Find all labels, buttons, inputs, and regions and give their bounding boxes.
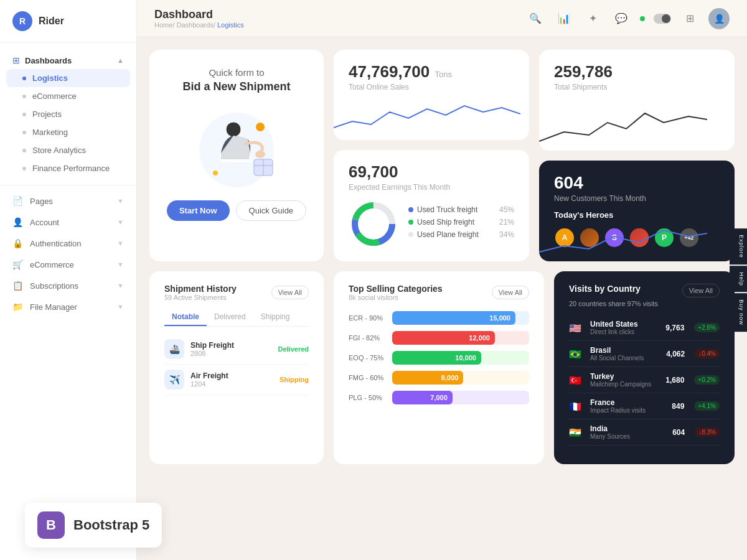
flag-icon: 🇹🇷	[569, 375, 584, 386]
top-selling-view-all-button[interactable]: View All	[492, 286, 529, 299]
analytics-icon[interactable]: 📊	[554, 9, 574, 29]
sidebar-item-projects[interactable]: Projects	[0, 105, 136, 123]
sidebar-item-subscriptions[interactable]: 📋 Subscriptions ▼	[0, 275, 136, 296]
status-dot	[640, 16, 645, 21]
flag-icon: 🇺🇸	[569, 322, 584, 334]
svg-point-2	[213, 170, 218, 175]
right-floating-buttons: Explore Help Buy now	[730, 228, 747, 332]
sidebar-item-pages[interactable]: 📄 Pages ▼	[0, 190, 136, 212]
start-now-button[interactable]: Start Now	[167, 200, 230, 221]
country-source: All Social Channels	[590, 355, 660, 362]
nav-label: Pages	[30, 197, 53, 206]
quick-guide-button[interactable]: Quick Guide	[236, 200, 307, 221]
sidebar-item-finance-performance[interactable]: Finance Performance	[0, 159, 136, 177]
chevron-down-icon: ▼	[117, 303, 124, 310]
stats-col-2: 259,786 Total Shipments 604 New Customer…	[539, 50, 735, 261]
country-view-all-button[interactable]: View All	[682, 284, 720, 297]
file-manager-icon: 📁	[12, 302, 24, 312]
country-info: France Impact Radius visits	[590, 398, 665, 414]
sidebar-item-label: Projects	[32, 110, 62, 119]
shipment-title: Shipment History	[164, 284, 237, 294]
sidebar-item-label: Logistics	[32, 73, 68, 83]
ship-info: Air Freight 1204	[190, 371, 273, 388]
sidebar-item-file-manager[interactable]: 📁 File Manager ▼	[0, 296, 136, 317]
app-name: Rider	[39, 16, 64, 27]
messages-icon[interactable]: 💬	[611, 9, 631, 29]
nav-label: Authentication	[30, 239, 81, 248]
top-selling-subtitle: 8k social visitors	[349, 294, 443, 301]
sidebar-item-logistics[interactable]: Logistics	[6, 69, 130, 87]
dashboards-toggle[interactable]: ⊞ Dashboards ▲	[0, 52, 136, 69]
theme-toggle[interactable]	[654, 14, 671, 24]
country-source: Impact Radius visits	[590, 407, 665, 414]
new-customers-card: 604 New Customers This Month Today's Her…	[539, 161, 735, 261]
sidebar-item-ecommerce-nav[interactable]: 🛒 eCommerce ▼	[0, 254, 136, 275]
buy-now-button[interactable]: Buy now	[730, 293, 747, 332]
logo-area[interactable]: R Rider	[0, 0, 136, 43]
chevron-down-icon: ▼	[117, 218, 124, 226]
bar-label: EOQ - 75%	[349, 354, 386, 362]
explore-button[interactable]: Explore	[730, 228, 747, 264]
country-source: Many Sources	[590, 433, 666, 440]
sidebar-item-store-analytics[interactable]: Store Analytics	[0, 141, 136, 159]
tab-delivered[interactable]: Delivered	[207, 309, 253, 326]
pages-icon: 📄	[12, 196, 24, 206]
legend-dot	[408, 207, 413, 212]
bar-row: FMG - 60% 8,000	[349, 371, 529, 385]
help-button[interactable]: Help	[730, 266, 747, 292]
bootstrap-icon: B	[37, 511, 65, 539]
tab-notable[interactable]: Notable	[164, 309, 207, 326]
sidebar-item-authentication[interactable]: 🔒 Authentication ▼	[0, 233, 136, 254]
country-info: United States Direct link clicks	[590, 320, 659, 335]
shipment-view-all-button[interactable]: View All	[271, 286, 309, 299]
breadcrumb: Home/ Dashboards/ Logistics	[154, 21, 244, 29]
legend-item: Used Ship freight 21%	[408, 218, 514, 226]
settings-icon[interactable]: ✦	[583, 9, 603, 29]
user-avatar[interactable]: 👤	[708, 8, 730, 29]
legend-pct: 34%	[499, 230, 514, 239]
stat-label: Expected Earnings This Month	[349, 183, 514, 192]
bar-fill: 7,000	[392, 391, 453, 404]
country-visits: 4,062	[666, 350, 685, 358]
bar-track: 15,000	[392, 311, 529, 325]
flag-icon: 🇮🇳	[569, 427, 584, 438]
change-badge: ↓8.3%	[695, 427, 720, 437]
legend-label: Used Ship freight	[417, 218, 474, 226]
legend-dot	[408, 220, 413, 225]
legend-label: Used Plane freight	[417, 230, 479, 239]
bar-value: 15,000	[489, 314, 510, 322]
bid-card-title: Quick form to	[209, 67, 264, 78]
bar-label: ECR - 90%	[349, 314, 386, 322]
header: Dashboard Home/ Dashboards/ Logistics 🔍 …	[137, 0, 747, 37]
account-icon: 👤	[12, 217, 24, 227]
bar-value: 12,000	[469, 334, 490, 342]
legend-dot	[408, 232, 413, 237]
sidebar-item-ecommerce[interactable]: eCommerce	[0, 87, 136, 105]
bar-row: PLG - 50% 7,000	[349, 391, 529, 404]
grid-icon[interactable]: ⊞	[680, 9, 700, 29]
bid-card-subtitle: Bid a New Shipment	[182, 80, 290, 93]
sidebar: R Rider ⊞ Dashboards ▲ Logistics eCommer…	[0, 0, 137, 560]
dot	[22, 167, 26, 170]
country-source: Direct link clicks	[590, 329, 659, 335]
bid-buttons: Start Now Quick Guide	[167, 200, 306, 221]
header-left: Dashboard Home/ Dashboards/ Logistics	[154, 8, 244, 29]
donut-chart	[349, 199, 398, 249]
svg-point-1	[256, 123, 265, 131]
bar-row: FGI - 82% 12,000	[349, 331, 529, 345]
bar-track: 7,000	[392, 391, 529, 404]
sidebar-item-marketing[interactable]: Marketing	[0, 123, 136, 141]
total-shipments-card: 259,786 Total Shipments	[539, 50, 735, 151]
stats-col-1: 47,769,700 Tons Total Online Sales 69,70…	[334, 50, 529, 261]
tab-shipping[interactable]: Shipping	[253, 309, 298, 326]
sidebar-item-account[interactable]: 👤 Account ▼	[0, 212, 136, 233]
bottom-row: Shipment History 59 Active Shipments Vie…	[149, 271, 735, 464]
bootstrap-watermark: B Bootstrap 5	[25, 503, 162, 548]
stat-unit: Tons	[435, 70, 452, 79]
country-info: Turkey Mailchimp Campaigns	[590, 372, 659, 388]
country-info: Brasil All Social Channels	[590, 346, 660, 362]
sidebar-item-label: Finance Performance	[32, 164, 110, 173]
country-visits: 604	[672, 428, 685, 437]
search-icon[interactable]: 🔍	[525, 9, 545, 29]
bar-row: ECR - 90% 15,000	[349, 311, 529, 325]
